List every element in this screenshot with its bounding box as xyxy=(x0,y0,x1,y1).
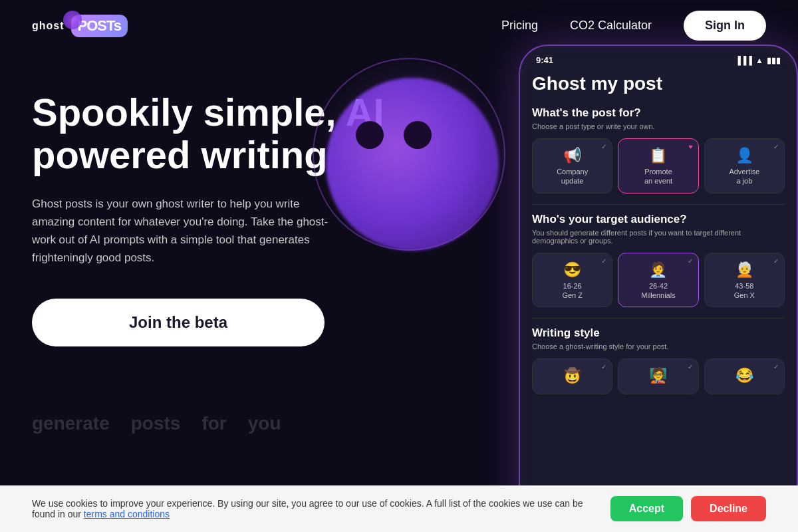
logo[interactable]: ghost POSTs xyxy=(32,15,128,37)
check-genz: ✓ xyxy=(601,257,606,265)
phone-mockup: 9:41 ▐▐▐ ▲ ▮▮▮ Ghost my post What's the … xyxy=(519,45,798,532)
phone-content: Ghost my post What's the post for? Choos… xyxy=(520,68,797,532)
style-label: Writing style xyxy=(532,327,785,340)
check-style3: ✓ xyxy=(773,363,779,370)
fade-word-4: you xyxy=(248,413,281,434)
label-event: Promotean event xyxy=(624,167,692,186)
option-gen-x[interactable]: ✓ 🧑‍🦳 43-58Gen X xyxy=(704,253,785,308)
option-advertise-job[interactable]: ✓ 👤 Advertisea job xyxy=(704,138,785,194)
signal-icon: ▐▐▐ xyxy=(735,56,753,65)
phone-time: 9:41 xyxy=(536,55,553,65)
option-promote-event[interactable]: ♥ 📋 Promotean event xyxy=(618,138,698,194)
join-beta-button[interactable]: Join the beta xyxy=(32,299,325,346)
phone-main-title: Ghost my post xyxy=(532,73,785,94)
ghost-orb xyxy=(319,51,505,317)
emoji-style2: 🧑‍🏫 xyxy=(624,367,692,384)
check-millennials: ✓ xyxy=(688,257,693,265)
emoji-job: 👤 xyxy=(710,147,779,164)
label-genx: 43-58Gen X xyxy=(710,281,779,301)
divider-1 xyxy=(532,204,785,205)
label-job: Advertisea job xyxy=(710,167,779,186)
fade-word-3: for xyxy=(201,413,226,434)
option-millennials[interactable]: ✓ 🧑‍💼 26-42Millennials xyxy=(618,253,698,308)
hero-description: Ghost posts is your own ghost writer to … xyxy=(32,195,338,267)
post-type-sub: Choose a post type or write your own. xyxy=(532,122,785,130)
option-style-3[interactable]: ✓ 😂 xyxy=(704,358,785,394)
status-icons: ▐▐▐ ▲ ▮▮▮ xyxy=(735,56,781,65)
hero-section: Spookily simple, AI powered writing Ghos… xyxy=(0,51,798,477)
co2-link[interactable]: CO2 Calculator xyxy=(570,19,652,33)
emoji-millennials: 🧑‍💼 xyxy=(624,261,692,279)
nav: Pricing CO2 Calculator Sign In xyxy=(501,11,766,41)
post-type-grid: ✓ 📢 Companyupdate ♥ 📋 Promotean event ✓ … xyxy=(532,138,785,194)
signin-button[interactable]: Sign In xyxy=(684,11,766,41)
option-style-1[interactable]: ✓ 🤠 xyxy=(532,358,612,394)
header: ghost POSTs Pricing CO2 Calculator Sign … xyxy=(0,0,798,51)
check-event: ♥ xyxy=(689,143,693,150)
check-style1: ✓ xyxy=(601,363,606,370)
wifi-icon: ▲ xyxy=(755,56,763,65)
check-genx: ✓ xyxy=(773,257,779,265)
audience-grid: ✓ 😎 16-26Gen Z ✓ 🧑‍💼 26-42Millennials ✓ … xyxy=(532,253,785,308)
style-sub: Choose a ghost-writing style for your po… xyxy=(532,342,785,350)
fade-word-2: posts xyxy=(131,413,181,434)
cookie-banner: We use cookies to improve your experienc… xyxy=(0,485,798,532)
emoji-style3: 😂 xyxy=(710,367,779,384)
divider-2 xyxy=(532,318,785,319)
battery-icon: ▮▮▮ xyxy=(767,56,781,65)
label-millennials: 26-42Millennials xyxy=(624,281,692,301)
check-company: ✓ xyxy=(601,143,606,150)
check-job: ✓ xyxy=(773,143,779,150)
check-style2: ✓ xyxy=(688,363,693,370)
option-style-2[interactable]: ✓ 🧑‍🏫 xyxy=(618,358,698,394)
emoji-genx: 🧑‍🦳 xyxy=(710,261,779,279)
style-grid: ✓ 🤠 ✓ 🧑‍🏫 ✓ 😂 xyxy=(532,358,785,394)
emoji-genz: 😎 xyxy=(538,261,606,279)
audience-label: Who's your target audience? xyxy=(532,213,785,226)
logo-text-top: ghost xyxy=(32,21,65,31)
pricing-link[interactable]: Pricing xyxy=(501,19,538,33)
option-gen-z[interactable]: ✓ 😎 16-26Gen Z xyxy=(532,253,612,308)
fade-word-1: generate xyxy=(32,413,110,434)
post-type-label: What's the post for? xyxy=(532,106,785,120)
emoji-company: 📢 xyxy=(538,147,606,164)
option-company-update[interactable]: ✓ 📢 Companyupdate xyxy=(532,138,612,194)
label-genz: 16-26Gen Z xyxy=(538,281,606,301)
bottom-fade-text: generate posts for you xyxy=(32,410,466,437)
audience-sub: You should generate different posts if y… xyxy=(532,229,785,245)
logo-badge: POSTs xyxy=(71,15,128,37)
cookie-buttons: Accept Decline xyxy=(610,496,766,521)
accept-button[interactable]: Accept xyxy=(610,496,683,521)
emoji-event: 📋 xyxy=(624,147,692,164)
cookie-link[interactable]: terms and conditions xyxy=(84,509,170,519)
emoji-style1: 🤠 xyxy=(538,367,606,384)
cookie-text: We use cookies to improve your experienc… xyxy=(32,498,595,519)
label-company: Companyupdate xyxy=(538,167,606,186)
decline-button[interactable]: Decline xyxy=(691,496,766,521)
